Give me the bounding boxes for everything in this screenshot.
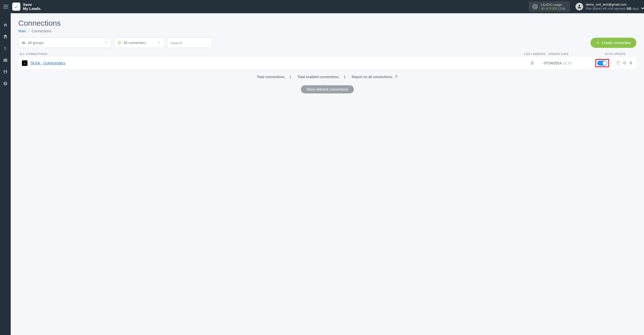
leads-usage-badge[interactable]: i LEADS usage: 40 of 5'000 (1%) (529, 1, 570, 12)
chevron-down-icon (158, 41, 161, 45)
menu-toggle[interactable] (3, 3, 9, 10)
create-connection-button[interactable]: ＋ Create connection (591, 38, 636, 48)
topbar: Save My Leads. i LEADS usage: 40 of 5'00… (0, 0, 644, 13)
nav-home-icon[interactable] (2, 22, 8, 28)
logo-text: Save My Leads. (23, 3, 41, 11)
gear-icon[interactable] (623, 61, 627, 66)
main-content: Connections Main / Connections All group… (11, 13, 644, 335)
account-email: demo_sml_test@gmail.com (586, 3, 639, 7)
avatar-icon (576, 3, 583, 10)
logo[interactable]: Save My Leads. (12, 3, 41, 11)
folder-icon (22, 41, 26, 45)
trash-icon[interactable] (629, 61, 633, 66)
connection-row: ♪ TikTok - GoReminders 07/24/2024 12:10 (18, 57, 636, 69)
nav-briefcase-icon[interactable] (2, 57, 8, 63)
search-box[interactable] (167, 38, 212, 48)
auto-update-toggle[interactable] (597, 61, 607, 66)
play-circle-icon (117, 41, 121, 45)
total-connections-count: 1 (289, 75, 291, 79)
chevron-down-icon (105, 41, 108, 45)
nav-account-icon[interactable] (2, 69, 8, 75)
auto-update-highlight (595, 59, 609, 67)
col-header-date: UPDATE DATE (546, 52, 592, 55)
breadcrumb: Main / Connections (18, 29, 636, 33)
account-menu[interactable]: demo_sml_test@gmail.com Plan |Basic| lef… (573, 3, 641, 11)
table-header: ALL CONNECTIONS LOG / ERRORS UPDATE DATE… (18, 52, 636, 57)
show-deleted-button[interactable]: Show deleted connections (301, 85, 354, 93)
report-icon[interactable] (395, 74, 398, 79)
col-header-auto: AUTO UPDATE (592, 52, 635, 55)
tiktok-icon: ♪ (22, 60, 27, 66)
log-icon[interactable] (530, 62, 534, 66)
logo-mark (12, 3, 20, 11)
breadcrumb-main[interactable]: Main (18, 29, 26, 33)
status-select[interactable]: All connection (114, 38, 164, 48)
nav-help-icon[interactable] (2, 80, 8, 87)
connection-name-link[interactable]: TikTok - GoReminders (30, 61, 521, 65)
leads-total: 5'000 (549, 7, 557, 10)
nav-connections-icon[interactable] (2, 34, 8, 40)
col-header-log: LOG / ERRORS (523, 52, 546, 55)
leads-pct: (1%) (558, 7, 565, 10)
col-header-name: ALL CONNECTIONS (19, 52, 523, 55)
enabled-connections-count: 1 (344, 75, 346, 79)
sidebar (0, 13, 11, 335)
summary-row: Total connections: 1 Total enabled conne… (18, 74, 636, 79)
groups-select[interactable]: All groups (18, 38, 111, 48)
plus-icon: ＋ (596, 40, 600, 45)
leads-usage-label: LEADS usage: (541, 3, 565, 7)
update-date: 07/24/2024 12:10 (544, 61, 590, 65)
account-plan: Plan |Basic| left until payment 161 days (586, 7, 639, 11)
info-icon: i (532, 4, 538, 9)
search-input[interactable] (170, 41, 209, 45)
nav-billing-icon[interactable] (2, 45, 8, 51)
breadcrumb-current: Connections (32, 29, 51, 33)
page-title: Connections (18, 19, 636, 27)
copy-icon[interactable] (617, 61, 621, 66)
leads-used: 40 (541, 7, 544, 10)
